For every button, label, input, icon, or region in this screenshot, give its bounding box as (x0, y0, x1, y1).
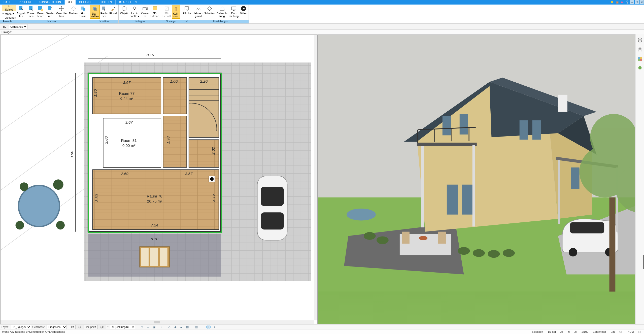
dots-icon[interactable]: ⋮⋮ (200, 325, 205, 329)
schatten-einst-button[interactable]: Schatten (204, 5, 216, 15)
tab-sichten[interactable]: SICHTEN (96, 0, 115, 5)
darstellung-button[interactable]: Dar- stellung (228, 5, 240, 18)
tree-icon[interactable] (637, 65, 643, 72)
solid-icon[interactable]: ◆ (173, 325, 178, 329)
wrench-icon[interactable]: ✖ (610, 0, 614, 4)
lighting-icon (219, 6, 225, 12)
status-scale: 1:100 (582, 330, 589, 333)
drehen-button[interactable]: Drehen (68, 5, 79, 15)
info-icon[interactable]: i (212, 325, 217, 329)
workspace: 8.10 9.00 3.67 Raum 77 6,44 m² 1.80 1.00… (0, 34, 644, 324)
side-scroll-handle[interactable] (643, 255, 644, 269)
ribbon-group-einfuegen: Objekt Licht- quelle ▾ Kame- ra 3D- Bitm… (119, 5, 161, 23)
close-button[interactable]: ✕ (639, 0, 644, 4)
layer-select[interactable]: Urgelände (9, 24, 27, 29)
hinpinsel-button[interactable]: Hin. Pinsel (79, 5, 88, 18)
svg-point-118 (364, 232, 376, 240)
svg-rect-4 (48, 6, 51, 10)
screen-icon[interactable]: ▭ (146, 325, 150, 329)
grid-icon[interactable]: ▥ (194, 325, 199, 329)
collision-icon (173, 6, 179, 12)
camera2-icon[interactable]: ▣ (152, 325, 156, 329)
3dschnitt-button[interactable]: 3D- Schnitt (162, 5, 172, 18)
status-bar: Wand AW-Bestand L=Konstruktion G=Erdgesc… (0, 329, 644, 334)
cursor-icon: ↖ (8, 5, 10, 8)
plan-vscroll[interactable] (314, 35, 317, 320)
schatten-pinsel-button[interactable]: Pinsel (109, 5, 118, 15)
svg-point-133 (590, 114, 635, 161)
objekt-button[interactable]: Objekt (119, 5, 129, 15)
wire-icon[interactable]: ◇ (167, 325, 172, 329)
svg-rect-140 (640, 57, 642, 59)
svg-text:0,00 m²: 0,00 m² (122, 143, 135, 148)
zuweisen-button[interactable]: Zuwei- sen (26, 5, 36, 18)
clock-icon[interactable]: ◷ (140, 325, 144, 329)
flaeche-button[interactable]: ? Fläche (182, 5, 192, 15)
rechnen-button[interactable]: Σ Rech- nen (100, 5, 109, 18)
layers-icon[interactable] (637, 37, 643, 43)
3dbitmap-button[interactable]: 3D- Bitmap (150, 5, 160, 18)
mark-button[interactable]: ⌖ Mark. ▾ (2, 12, 16, 15)
svg-point-91 (347, 209, 376, 221)
dl-combo[interactable]: dl (Richtung/Di (110, 325, 135, 329)
minimize-button[interactable]: – (630, 0, 634, 4)
selekt-button[interactable]: ↖ Selekt (2, 5, 16, 11)
view-subbar: 3D Urgelände (0, 24, 644, 30)
move-icon (59, 6, 65, 12)
skalieren-button[interactable]: Skalie- ren (45, 5, 55, 18)
l-input[interactable] (75, 325, 84, 329)
status-left: Wand AW-Bestand L=Konstruktion G=Erdgesc… (2, 330, 65, 333)
svg-text:2.20: 2.20 (200, 79, 208, 83)
svg-point-81 (20, 182, 28, 191)
optionen-button[interactable]: ＋ Optionen (2, 16, 16, 19)
view-mode-badge: 3D (2, 25, 8, 28)
north-icon[interactable]: N (206, 325, 211, 329)
status-y: Y: (567, 330, 570, 333)
svg-rect-78 (160, 248, 167, 266)
brush-back-icon (80, 6, 86, 12)
tab-bearbeiten[interactable]: BEARBEITEN (116, 0, 141, 5)
layer-combo[interactable]: 01_ug.eg.o( (11, 325, 31, 329)
hintergrund-button[interactable]: Hinter- grund (194, 5, 204, 18)
help-icon[interactable]: ❔ (625, 0, 629, 4)
svg-text:2.80: 2.80 (104, 136, 108, 144)
box-icon[interactable]: ▣ (615, 0, 619, 4)
plan-2d-viewport[interactable]: 8.10 9.00 3.67 Raum 77 6,44 m² 1.80 1.00… (0, 35, 318, 324)
shaded-icon[interactable]: ▰ (179, 325, 184, 329)
mark-label: Mark. (5, 12, 12, 15)
svg-rect-102 (532, 120, 541, 140)
ribbon: ↖ Selekt ⌖ Mark. ▾ ＋ Optionen Auswahl Ab… (0, 5, 644, 24)
verschieben-button[interactable]: Verschie- ben (55, 5, 68, 18)
restore-button[interactable]: ❐ (635, 0, 639, 4)
ribbon-group-auswahl: ↖ Selekt ⌖ Mark. ▾ ＋ Optionen Auswahl (0, 5, 15, 23)
darstellen-button[interactable]: Dar- stellen (90, 5, 100, 19)
tab-konstruktion[interactable]: KONSTRUKTION (35, 0, 64, 5)
video-icon (241, 6, 247, 12)
video-button[interactable]: Video (239, 5, 248, 15)
geschoss-combo[interactable]: Erdgescho: (47, 325, 67, 329)
kollision-button[interactable]: Kolli- sion (172, 5, 180, 19)
status-selektion: Selektion (532, 330, 543, 333)
group-label-info: Info (181, 20, 193, 23)
tab-datei[interactable]: DATEI (0, 0, 15, 5)
palette-icon[interactable] (637, 56, 643, 62)
svg-point-143 (638, 66, 641, 70)
svg-point-84 (56, 221, 65, 229)
svg-rect-21 (231, 7, 236, 10)
chair-icon[interactable] (637, 46, 643, 52)
beleuchtung-button[interactable]: Beleuch- tung (216, 5, 228, 18)
tab-gelaende[interactable]: GELÄNDE (76, 0, 96, 5)
film-icon[interactable]: ⛶ (158, 325, 162, 329)
tab-projekt[interactable]: PROJEKT (15, 0, 36, 5)
kamera-button[interactable]: Kame- ra (140, 5, 150, 18)
lichtquelle-button[interactable]: Licht- quelle ▾ (129, 5, 140, 18)
tab-3d[interactable]: 3D (65, 0, 76, 5)
phi-input[interactable] (97, 325, 106, 329)
view-3d-viewport[interactable] (318, 35, 635, 324)
gift-icon[interactable]: ✱ (620, 0, 624, 4)
bearbeiten-button[interactable]: Bear- beiten (36, 5, 45, 18)
textured-icon[interactable]: ▦ (185, 325, 190, 329)
group-label-auswahl: Auswahl (0, 20, 15, 23)
abgreifen-button[interactable]: Abgrei- fen (16, 5, 26, 18)
plan-hscroll[interactable] (1, 320, 314, 324)
